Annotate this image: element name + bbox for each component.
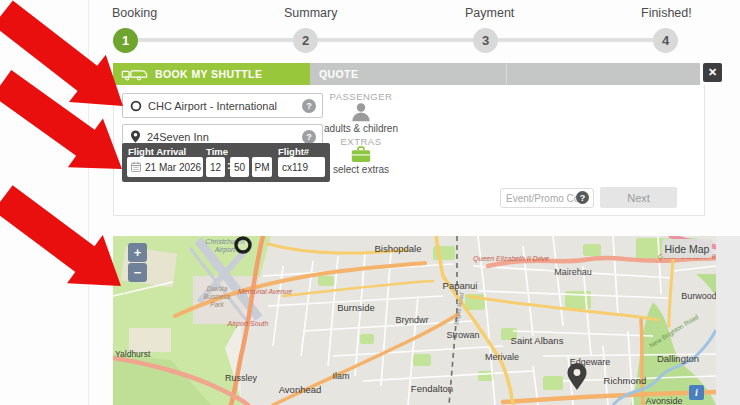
step-circle-2: 2	[293, 28, 318, 53]
passenger-adults-children-link[interactable]: adults & children	[316, 123, 406, 134]
map-right-gutter	[716, 236, 740, 405]
annotation-arrow-3	[0, 185, 121, 286]
calendar-icon	[131, 162, 141, 172]
map-canvas: Christchurch Airport Bishopdale Queen El…	[113, 236, 716, 405]
hide-map-button[interactable]: Hide Map	[662, 239, 712, 258]
flight-number-label: Flight#	[278, 146, 309, 157]
step-circle-3: 3	[473, 28, 498, 53]
map-label: Avonhead	[279, 384, 322, 395]
map-label: Ilam	[332, 371, 349, 381]
map-label: Bishopdale	[374, 243, 421, 254]
map-label: Strowan	[446, 330, 479, 340]
tab-quote[interactable]: QUOTE	[311, 63, 507, 85]
flight-arrival-box: Flight Arrival Time Flight# 21 Mar 2026 …	[122, 143, 330, 182]
annotation-arrow-1	[0, 0, 123, 106]
close-icon[interactable]: ✕	[703, 63, 722, 82]
map[interactable]: Christchurch Airport Bishopdale Queen El…	[113, 236, 716, 405]
map-label: Yaldhurst	[115, 349, 151, 359]
map-label: Papanui	[443, 280, 478, 291]
pickup-map-marker[interactable]	[236, 238, 250, 252]
dropoff-help-icon[interactable]: ?	[302, 130, 316, 144]
extras-select-link[interactable]: select extras	[316, 164, 406, 175]
map-label: Burwood	[681, 291, 716, 301]
step-circle-1: 1	[113, 28, 138, 53]
map-label: Bryndwr	[395, 315, 428, 325]
map-zoom-in-button[interactable]: +	[128, 243, 147, 262]
annotation-arrow-2	[0, 70, 122, 169]
tab-book-label: BOOK MY SHUTTLE	[155, 68, 262, 80]
tab-book-my-shuttle[interactable]: BOOK MY SHUTTLE	[113, 63, 310, 85]
map-label: Dallington	[657, 353, 699, 364]
map-zoom-out-button[interactable]: −	[128, 263, 147, 282]
map-label: Merivale	[485, 352, 519, 362]
map-label: Avonside	[646, 396, 683, 405]
pickup-help-icon[interactable]: ?	[302, 99, 316, 113]
time-minute-field[interactable]: 50	[230, 157, 249, 177]
map-info-button[interactable]: i	[689, 385, 704, 400]
next-button[interactable]: Next	[600, 187, 677, 208]
stepper-line	[125, 38, 666, 42]
map-label: Dakota	[207, 285, 228, 292]
map-label: Memorial Avenue	[238, 288, 292, 295]
tab-quote-label: QUOTE	[319, 68, 358, 80]
map-label: Mairehau	[554, 267, 592, 277]
dropoff-value: 24Seven Inn	[147, 131, 209, 143]
map-label: Richmond	[604, 375, 647, 386]
map-label: Airport	[214, 246, 237, 254]
dropoff-pin-icon	[130, 130, 141, 143]
time-label: Time	[206, 146, 228, 157]
map-label: Saint Albans	[511, 335, 564, 346]
map-label: Russley	[225, 373, 258, 383]
promo-help-icon[interactable]: ?	[576, 191, 589, 204]
step-label-finished: Finished!	[641, 6, 692, 20]
map-label: Fendalton	[411, 383, 453, 394]
time-ampm-field[interactable]: PM	[252, 157, 272, 177]
map-label: Queen Elizabeth II Drive	[473, 255, 549, 263]
step-label-summary: Summary	[284, 6, 337, 20]
step-label-booking: Booking	[112, 6, 157, 20]
step-circle-4: 4	[653, 28, 678, 53]
pickup-value: CHC Airport - International	[148, 100, 277, 112]
flight-arrival-label: Flight Arrival	[128, 146, 186, 157]
flight-date-value: 21 Mar 2026	[145, 162, 201, 173]
page-left-edge	[88, 0, 89, 405]
pickup-circle-icon	[130, 100, 142, 112]
time-hour-field[interactable]: 12	[206, 157, 225, 177]
map-label: Park	[210, 301, 224, 308]
step-label-payment: Payment	[465, 6, 514, 20]
flight-date-field[interactable]: 21 Mar 2026	[127, 157, 203, 177]
pickup-field[interactable]: CHC Airport - International ?	[122, 93, 323, 118]
booking-page: Booking Summary Payment Finished! 1 2 3 …	[0, 0, 740, 405]
map-label: Burnside	[337, 302, 375, 313]
shuttle-icon	[121, 68, 148, 81]
map-label: Business	[204, 293, 231, 300]
map-label: Airport South	[227, 320, 269, 328]
